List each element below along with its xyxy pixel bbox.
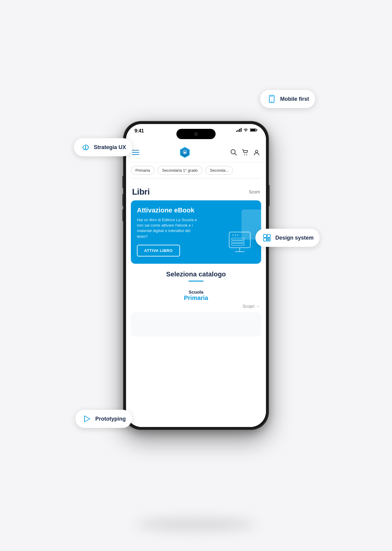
cart-icon[interactable] bbox=[242, 149, 248, 156]
svg-rect-17 bbox=[232, 244, 244, 245]
svg-point-5 bbox=[184, 151, 186, 153]
catalog-card-placeholder bbox=[131, 312, 261, 336]
badge-design-system: Design system bbox=[255, 229, 320, 247]
app-screen: Primaria Secondaria 1° grado Seconda... … bbox=[126, 142, 266, 427]
svg-rect-24 bbox=[264, 234, 267, 237]
design-badge-icon bbox=[261, 232, 272, 243]
books-section-header: Libri Scorri bbox=[126, 182, 266, 199]
svg-point-21 bbox=[271, 101, 272, 102]
banner-title: Attivazione eBook bbox=[137, 206, 255, 214]
prototyping-label: Prototyping bbox=[95, 416, 126, 422]
hamburger-menu[interactable] bbox=[132, 150, 139, 155]
ebook-banner: Attivazione eBook Hai un libro di Editri… bbox=[131, 200, 261, 264]
status-icons bbox=[236, 128, 258, 132]
svg-point-14 bbox=[237, 234, 239, 236]
phone-shadow bbox=[136, 518, 256, 530]
phone-badge-icon bbox=[266, 94, 277, 104]
wifi-icon bbox=[243, 128, 248, 132]
category-pills: Primaria Secondaria 1° grado Seconda... bbox=[126, 162, 266, 178]
strategia-ux-label: Strategia UX bbox=[94, 144, 126, 151]
catalog-label-blue: Primaria bbox=[132, 295, 260, 301]
mobile-first-label: Mobile first bbox=[280, 96, 309, 102]
ux-badge-icon bbox=[80, 142, 91, 153]
banner-description: Hai un libro di Editrice La Scuola e non… bbox=[137, 217, 197, 239]
svg-rect-1 bbox=[251, 129, 256, 131]
catalog-label: Scuola bbox=[132, 289, 260, 295]
status-time: 9:41 bbox=[134, 128, 144, 134]
badge-mobile-first: Mobile first bbox=[260, 90, 315, 108]
user-icon[interactable] bbox=[253, 149, 260, 156]
svg-point-9 bbox=[246, 154, 247, 155]
search-icon[interactable] bbox=[230, 149, 237, 156]
svg-point-12 bbox=[232, 234, 234, 236]
battery-icon bbox=[250, 128, 258, 132]
header-actions bbox=[230, 149, 260, 156]
badge-strategia-ux: Strategia UX bbox=[74, 138, 132, 156]
pill-secondaria-2[interactable]: Seconda... bbox=[205, 166, 233, 175]
pill-primaria[interactable]: Primaria bbox=[131, 166, 154, 175]
svg-rect-2 bbox=[257, 129, 258, 131]
signal-icon bbox=[236, 128, 242, 132]
pill-secondaria-1[interactable]: Secondaria 1° grado bbox=[157, 166, 202, 175]
books-title: Libri bbox=[132, 187, 150, 197]
catalog-item: Scuola Primaria Scopri → bbox=[126, 283, 266, 312]
app-header bbox=[126, 142, 266, 162]
svg-marker-30 bbox=[84, 416, 90, 422]
svg-line-7 bbox=[235, 154, 237, 155]
svg-rect-26 bbox=[264, 238, 267, 241]
scopri-link[interactable]: Scopri → bbox=[132, 304, 260, 309]
badge-prototyping: Prototyping bbox=[75, 410, 132, 428]
phone-screen: 9:41 bbox=[126, 124, 266, 427]
logo-hex-icon bbox=[178, 146, 191, 159]
design-system-label: Design system bbox=[275, 235, 314, 241]
svg-point-13 bbox=[235, 234, 236, 236]
prototype-badge-icon bbox=[81, 413, 92, 424]
scorri-link[interactable]: Scorri bbox=[249, 190, 260, 194]
attiva-libro-button[interactable]: ATTIVA LIBRO bbox=[137, 245, 180, 256]
svg-point-8 bbox=[244, 154, 245, 155]
phone-mockup: 9:41 bbox=[124, 122, 268, 429]
svg-rect-25 bbox=[267, 234, 270, 237]
seleziona-section: Seleziona catalogo bbox=[126, 267, 266, 283]
app-logo bbox=[178, 146, 191, 159]
svg-rect-16 bbox=[232, 241, 244, 243]
seleziona-title: Seleziona catalogo bbox=[132, 270, 260, 278]
scene: 9:41 bbox=[60, 11, 332, 540]
camera bbox=[194, 132, 198, 136]
dynamic-island bbox=[176, 129, 216, 139]
svg-marker-23 bbox=[84, 148, 86, 149]
section-underline bbox=[188, 281, 204, 282]
svg-point-10 bbox=[255, 150, 258, 153]
